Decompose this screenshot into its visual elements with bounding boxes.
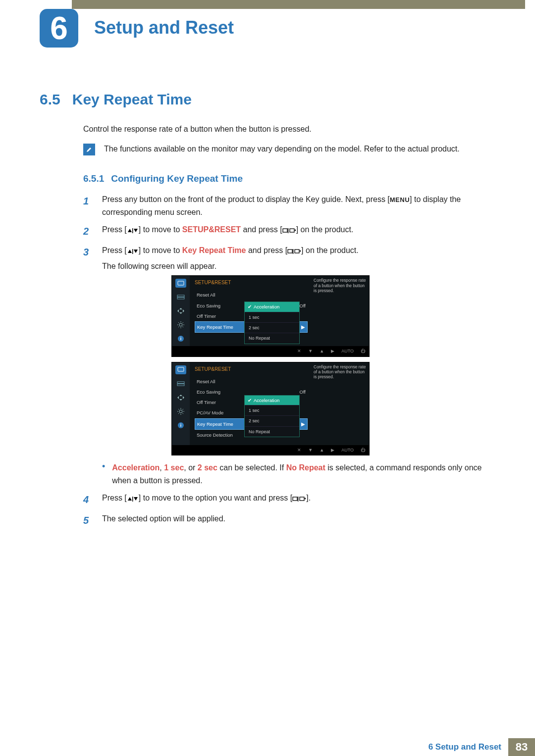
osd-panel-2: i SETUP&RESET Reset All Eco SavingOff Of… <box>171 362 370 456</box>
header-strip <box>72 0 525 9</box>
size-icon <box>175 393 186 402</box>
auto-label: AUTO <box>341 348 354 354</box>
svg-point-31 <box>179 410 182 413</box>
step-number: 4 <box>83 492 92 507</box>
display-icon <box>175 365 186 374</box>
chapter-number-badge: 6 <box>40 9 78 48</box>
picture-icon <box>175 379 186 388</box>
power-icon: ⏻ <box>361 447 365 454</box>
svg-marker-42 <box>128 497 132 501</box>
svg-rect-30 <box>177 383 184 384</box>
svg-line-22 <box>178 322 179 323</box>
osd-description: Configure the response rate of a button … <box>312 276 369 346</box>
step-text: The selected option will be applied. <box>102 512 225 528</box>
svg-marker-0 <box>128 229 132 232</box>
note-block: The functions available on the monitor m… <box>83 144 495 155</box>
display-icon <box>175 279 186 288</box>
step-5: 5 The selected option will be applied. <box>83 512 495 528</box>
svg-line-23 <box>183 327 184 328</box>
bullet-item: • Acceleration, 1 sec, or 2 sec can be s… <box>102 461 495 487</box>
svg-line-25 <box>178 327 179 328</box>
svg-rect-5 <box>290 229 294 232</box>
svg-marker-43 <box>134 497 138 501</box>
up-down-icon <box>127 496 139 503</box>
step-text: Press [] to move to SETUP&RESET and pres… <box>102 223 353 239</box>
svg-rect-2 <box>132 228 133 233</box>
popup-item: 2 sec <box>245 415 299 426</box>
enter-source-icon <box>287 248 301 255</box>
section-title: Key Repeat Time <box>72 91 192 107</box>
svg-line-37 <box>183 413 184 414</box>
osd-panel-1: i SETUP&RESET Reset All Eco SavingOff Of… <box>171 275 370 356</box>
gear-icon <box>175 320 186 329</box>
section-heading: 6.5Key Repeat Time <box>40 91 192 108</box>
step-1: 1 Press any button on the front of the p… <box>83 193 495 218</box>
svg-marker-1 <box>134 229 138 232</box>
svg-text:i: i <box>180 423 182 428</box>
step-text: Press [] to move to the option you want … <box>102 492 311 507</box>
up-icon: ▲ <box>320 447 324 454</box>
popup-item: 2 sec <box>245 322 299 333</box>
footer-page-number: 83 <box>508 738 535 756</box>
pencil-icon <box>83 144 95 155</box>
osd-bottom-bar: ✕ ▼ ▲ ▶ AUTO ⏻ <box>172 346 369 356</box>
svg-point-17 <box>179 323 182 326</box>
section-number: 6.5 <box>40 91 60 107</box>
step-4: 4 Press [] to move to the option you wan… <box>83 492 495 507</box>
subsection-number: 6.5.1 <box>83 173 104 184</box>
enter-source-icon <box>282 227 296 234</box>
close-icon: ✕ <box>297 348 301 354</box>
subsection-title: Configuring Key Repeat Time <box>111 173 243 184</box>
size-icon <box>175 306 186 315</box>
svg-text:i: i <box>180 336 182 341</box>
step-text: Press any button on the front of the pro… <box>102 193 495 218</box>
svg-rect-3 <box>283 229 287 232</box>
bullet-text: Acceleration, 1 sec, or 2 sec can be sel… <box>112 461 495 487</box>
svg-rect-9 <box>132 249 133 254</box>
osd-item: Reset All <box>195 376 308 387</box>
down-icon: ▼ <box>308 348 313 354</box>
step-2: 2 Press [] to move to SETUP&RESET and pr… <box>83 223 495 239</box>
bullet-list: • Acceleration, 1 sec, or 2 sec can be s… <box>102 461 495 487</box>
osd-popup: ✔Acceleration 1 sec 2 sec No Repeat <box>244 395 300 437</box>
osd-sidebar: i <box>172 276 190 346</box>
svg-rect-28 <box>178 367 184 371</box>
chapter-title: Setup and Reset <box>94 17 234 38</box>
info-icon: i <box>175 421 186 430</box>
svg-rect-46 <box>298 497 298 502</box>
svg-rect-16 <box>177 297 184 298</box>
step-number: 2 <box>83 223 92 239</box>
svg-rect-44 <box>132 497 133 502</box>
popup-item: 1 sec <box>245 405 299 415</box>
step-number: 1 <box>83 193 92 218</box>
picture-icon <box>175 293 186 302</box>
step-3: 3 Press [] to move to Key Repeat Time an… <box>83 244 495 487</box>
bullet-dot-icon: • <box>102 461 105 487</box>
svg-line-39 <box>178 413 179 414</box>
up-down-icon <box>127 248 139 255</box>
svg-line-24 <box>183 322 184 323</box>
info-icon: i <box>175 334 186 343</box>
svg-line-38 <box>183 409 184 410</box>
svg-rect-11 <box>293 249 293 254</box>
svg-rect-47 <box>300 497 304 501</box>
step-number: 5 <box>83 512 92 528</box>
osd-title: SETUP&RESET <box>195 279 308 287</box>
popup-selected: ✔Acceleration <box>245 302 299 311</box>
enter-source-icon <box>292 496 306 503</box>
svg-rect-10 <box>288 250 292 253</box>
osd-bottom-bar: ✕ ▼ ▲ ▶ AUTO ⏻ <box>172 445 369 455</box>
up-down-icon <box>127 227 139 234</box>
note-text: The functions available on the monitor m… <box>104 144 460 154</box>
step-list: 1 Press any button on the front of the p… <box>83 193 495 533</box>
power-icon: ⏻ <box>361 348 365 354</box>
popup-item: 1 sec <box>245 312 299 322</box>
osd-screenshots: i SETUP&RESET Reset All Eco SavingOff Of… <box>171 275 495 455</box>
footer-chapter-label: 6 Setup and Reset <box>428 738 508 756</box>
popup-item: No Repeat <box>245 426 299 437</box>
osd-main: SETUP&RESET Reset All Eco SavingOff Off … <box>190 276 312 346</box>
key-repeat-emph: Key Repeat Time <box>182 246 246 254</box>
osd-description: Configure the response rate of a button … <box>312 362 369 445</box>
page-footer: 6 Setup and Reset 83 <box>0 738 535 756</box>
right-icon: ▶ <box>331 348 334 354</box>
